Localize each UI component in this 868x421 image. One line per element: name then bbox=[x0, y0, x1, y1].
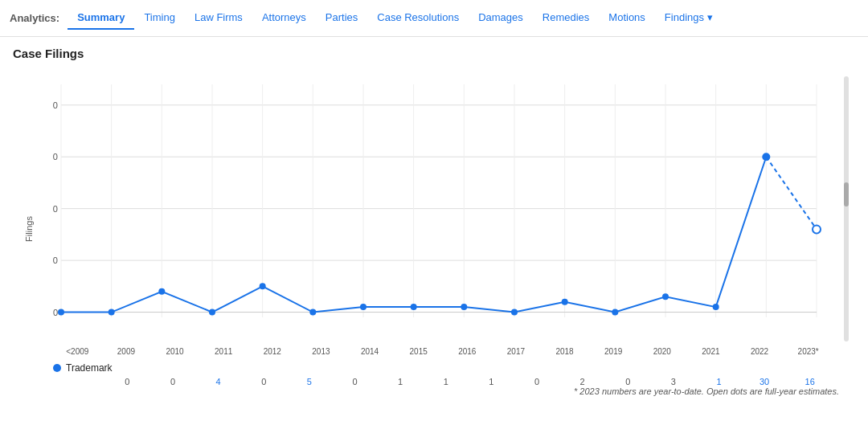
scrollbar-thumb[interactable] bbox=[844, 182, 849, 206]
x-label-2017: 2017 bbox=[492, 347, 541, 356]
svg-point-41 bbox=[713, 304, 719, 310]
data-val-14: 30 bbox=[742, 377, 788, 386]
svg-point-28 bbox=[58, 309, 64, 316]
svg-point-32 bbox=[260, 283, 266, 289]
x-label-2011: 2011 bbox=[199, 347, 248, 356]
svg-point-34 bbox=[360, 304, 366, 310]
analytics-nav-bar: Analytics: SummaryTimingLaw FirmsAttorne… bbox=[0, 0, 868, 37]
svg-point-38 bbox=[562, 299, 568, 305]
data-val-2: 4 bbox=[195, 377, 241, 386]
tab-damages[interactable]: Damages bbox=[469, 6, 533, 30]
data-val-5: 0 bbox=[332, 377, 378, 386]
data-val-3: 0 bbox=[241, 377, 287, 386]
data-val-12: 3 bbox=[651, 377, 697, 386]
x-label-2021: 2021 bbox=[686, 347, 735, 356]
x-label-2010: 2010 bbox=[150, 347, 199, 356]
x-label-2012: 2012 bbox=[248, 347, 297, 356]
data-val-10: 2 bbox=[559, 377, 605, 386]
x-label-2016: 2016 bbox=[443, 347, 492, 356]
x-label-2015: 2015 bbox=[394, 347, 443, 356]
y-axis-label: Filings bbox=[24, 216, 34, 242]
svg-point-30 bbox=[158, 288, 165, 295]
svg-point-33 bbox=[309, 309, 316, 316]
svg-point-35 bbox=[411, 304, 417, 310]
data-val-0: 0 bbox=[104, 377, 150, 386]
data-val-7: 1 bbox=[423, 377, 469, 386]
svg-text:40: 40 bbox=[53, 100, 58, 110]
data-val-8: 1 bbox=[469, 377, 514, 386]
page-content: Case Filings Filings 010203040 <20092009… bbox=[0, 37, 868, 411]
chart-scrollbar[interactable] bbox=[844, 76, 849, 341]
svg-point-43 bbox=[813, 225, 821, 233]
data-val-4: 5 bbox=[287, 377, 333, 386]
x-label-2020: 2020 bbox=[638, 347, 687, 356]
section-title: Case Filings bbox=[13, 47, 855, 60]
svg-point-42 bbox=[762, 153, 770, 161]
x-label-2014: 2014 bbox=[346, 347, 395, 356]
svg-point-39 bbox=[612, 309, 618, 316]
chart-container: Filings 010203040 <200920092010201120122… bbox=[13, 68, 849, 390]
tab-findings[interactable]: Findings ▾ bbox=[655, 6, 723, 30]
tab-parties[interactable]: Parties bbox=[316, 6, 367, 30]
x-label-<2009: <2009 bbox=[53, 347, 102, 356]
svg-line-27 bbox=[766, 157, 817, 229]
legend-dot-trademark bbox=[53, 364, 61, 372]
svg-text:0: 0 bbox=[53, 308, 58, 317]
x-label-2018: 2018 bbox=[540, 347, 589, 356]
chart-svg: 010203040 bbox=[53, 76, 833, 341]
data-val-1: 0 bbox=[150, 377, 196, 386]
svg-point-40 bbox=[662, 293, 669, 300]
legend-row: Trademark bbox=[53, 362, 113, 374]
data-val-9: 0 bbox=[514, 377, 560, 386]
tab-motions[interactable]: Motions bbox=[599, 6, 655, 30]
nav-tabs: SummaryTimingLaw FirmsAttorneysPartiesCa… bbox=[68, 6, 722, 30]
svg-point-36 bbox=[461, 304, 467, 310]
svg-text:30: 30 bbox=[53, 152, 58, 161]
tab-attorneys[interactable]: Attorneys bbox=[252, 6, 316, 30]
tab-timing[interactable]: Timing bbox=[134, 6, 185, 30]
svg-point-37 bbox=[511, 309, 518, 316]
x-label-2013: 2013 bbox=[297, 347, 346, 356]
data-val-6: 1 bbox=[378, 377, 424, 386]
tab-case-resolutions[interactable]: Case Resolutions bbox=[367, 6, 469, 30]
svg-text:20: 20 bbox=[53, 204, 58, 214]
footnote: * 2023 numbers are year-to-date. Open do… bbox=[0, 386, 839, 396]
tab-summary[interactable]: Summary bbox=[68, 6, 134, 30]
tab-remedies[interactable]: Remedies bbox=[533, 6, 600, 30]
x-label-2019: 2019 bbox=[589, 347, 638, 356]
svg-point-29 bbox=[108, 309, 115, 316]
data-val-13: 1 bbox=[696, 377, 742, 386]
legend-label-trademark: Trademark bbox=[66, 362, 113, 374]
tab-law-firms[interactable]: Law Firms bbox=[185, 6, 252, 30]
x-label-2023: 2023* bbox=[784, 347, 833, 356]
svg-point-31 bbox=[209, 309, 215, 316]
data-values-row: 004050111020313016 bbox=[101, 377, 833, 386]
x-label-2022: 2022 bbox=[735, 347, 784, 356]
svg-text:10: 10 bbox=[53, 255, 58, 265]
x-label-2009: 2009 bbox=[102, 347, 151, 356]
analytics-label: Analytics: bbox=[10, 12, 59, 24]
data-val-15: 16 bbox=[787, 377, 833, 386]
data-val-11: 0 bbox=[605, 377, 651, 386]
x-axis-labels: <200920092010201120122013201420152016201… bbox=[53, 347, 833, 356]
